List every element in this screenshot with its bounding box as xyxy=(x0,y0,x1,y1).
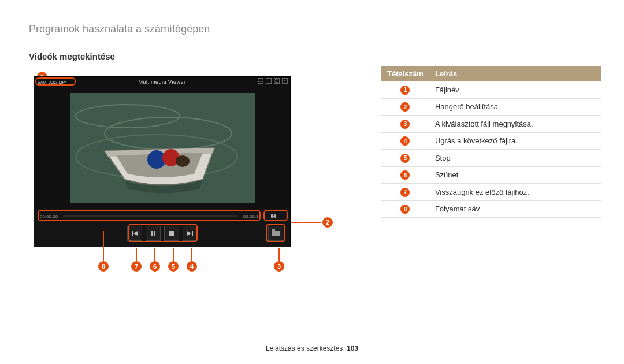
table-row: 4 Ugrás a következő fájlra. xyxy=(381,132,601,150)
app-title: Multimedia Viewer xyxy=(34,79,290,85)
section-title: Videók megtekintése xyxy=(29,51,595,61)
table-row: 7 Visszaugrik ez előző fájlhoz. xyxy=(381,184,601,201)
callout-2: 2 xyxy=(322,217,333,228)
footer-section: Lejátszás és szerkesztés xyxy=(266,344,343,352)
svg-rect-0 xyxy=(70,93,255,203)
video-preview xyxy=(34,87,290,209)
table-row: 2 Hangerő beállítása. xyxy=(381,98,601,116)
window-fullscreen-icon[interactable]: ⛶ xyxy=(258,78,263,84)
callout-4: 4 xyxy=(187,261,197,272)
legend-table: Tételszám Leírás 1 Fájlnév 2 Hangerő beá… xyxy=(381,66,601,218)
table-header-number: Tételszám xyxy=(381,66,429,81)
table-row: 8 Folyamat sáv xyxy=(381,200,601,218)
player-diagram: 1 SAM_0003.MP4 Multimedia Viewer ⛶ – ▢ × xyxy=(29,76,318,273)
callout-6: 6 xyxy=(150,261,160,272)
svg-point-6 xyxy=(176,155,190,167)
table-row: 6 Szünet xyxy=(381,166,601,184)
table-header-desc: Leírás xyxy=(429,66,601,81)
page-footer: Lejátszás és szerkesztés 103 xyxy=(0,344,624,352)
table-row: 5 Stop xyxy=(381,150,601,167)
callout-3: 3 xyxy=(274,261,284,272)
page-number: 103 xyxy=(347,344,358,352)
multimedia-viewer-window: SAM_0003.MP4 Multimedia Viewer ⛶ – ▢ × xyxy=(34,76,291,247)
window-close-icon[interactable]: × xyxy=(282,78,288,84)
player-controls: 00:00:00 00:00:14 xyxy=(34,209,290,247)
window-titlebar: SAM_0003.MP4 Multimedia Viewer ⛶ – ▢ × xyxy=(34,77,290,87)
window-minimize-icon[interactable]: – xyxy=(266,78,272,84)
chapter-title: Programok használata a számítógépen xyxy=(29,23,595,35)
window-maximize-icon[interactable]: ▢ xyxy=(274,78,280,84)
callout-7: 7 xyxy=(131,261,142,272)
callout-8: 8 xyxy=(98,261,109,272)
window-controls: ⛶ – ▢ × xyxy=(258,78,288,84)
table-row: 3 A kiválasztott fájl megnyitása. xyxy=(381,116,601,133)
callout-5: 5 xyxy=(168,261,179,272)
table-row: 1 Fájlnév xyxy=(381,81,601,98)
